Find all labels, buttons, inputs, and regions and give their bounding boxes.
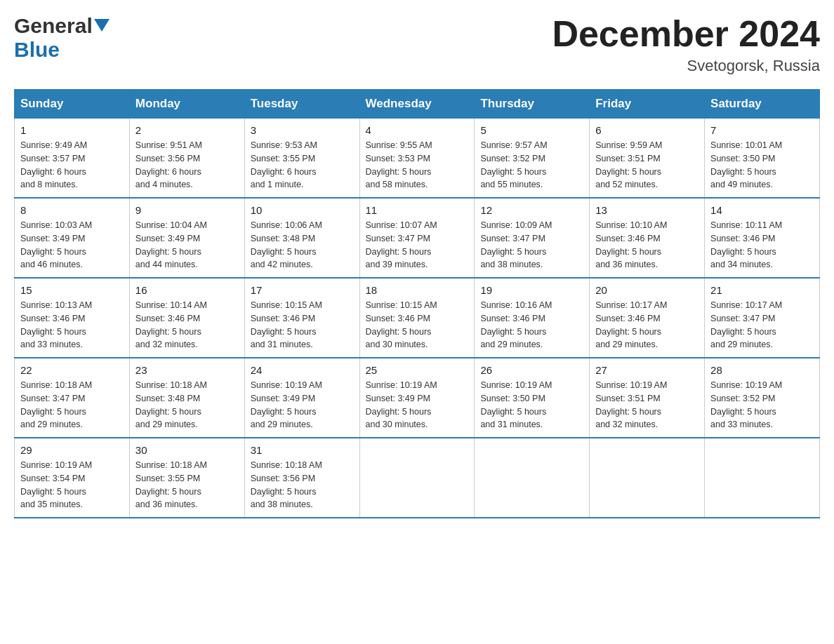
day-info: Sunrise: 10:15 AMSunset: 3:46 PMDaylight… xyxy=(366,299,469,351)
day-of-week-header: Wednesday xyxy=(359,90,475,119)
calendar-cell xyxy=(359,438,475,518)
day-number: 23 xyxy=(135,364,239,376)
day-info: Sunrise: 10:03 AMSunset: 3:49 PMDaylight… xyxy=(20,219,124,271)
day-info: Sunrise: 10:10 AMSunset: 3:46 PMDaylight… xyxy=(595,219,699,271)
day-number: 11 xyxy=(366,204,469,216)
calendar-cell: 14Sunrise: 10:11 AMSunset: 3:46 PMDaylig… xyxy=(705,198,820,278)
day-info: Sunrise: 10:06 AMSunset: 3:48 PMDaylight… xyxy=(251,219,354,271)
day-info: Sunrise: 10:09 AMSunset: 3:47 PMDaylight… xyxy=(480,219,583,271)
page-header: General Blue December 2024 Svetogorsk, R… xyxy=(14,14,820,75)
day-info: Sunrise: 9:49 AMSunset: 3:57 PMDaylight:… xyxy=(20,139,124,192)
day-of-week-header: Thursday xyxy=(475,90,590,119)
day-number: 20 xyxy=(595,284,699,296)
day-number: 17 xyxy=(251,284,354,296)
logo: General Blue xyxy=(14,14,110,62)
calendar-cell: 1Sunrise: 9:49 AMSunset: 3:57 PMDaylight… xyxy=(15,119,130,199)
day-number: 3 xyxy=(251,124,354,136)
calendar-week-row: 15Sunrise: 10:13 AMSunset: 3:46 PMDaylig… xyxy=(15,278,820,358)
day-number: 9 xyxy=(135,204,239,216)
day-info: Sunrise: 10:16 AMSunset: 3:46 PMDaylight… xyxy=(480,299,583,351)
day-info: Sunrise: 10:01 AMSunset: 3:50 PMDaylight… xyxy=(710,139,814,192)
calendar-cell: 2Sunrise: 9:51 AMSunset: 3:56 PMDaylight… xyxy=(129,119,244,199)
day-number: 30 xyxy=(135,444,239,456)
calendar-week-row: 1Sunrise: 9:49 AMSunset: 3:57 PMDaylight… xyxy=(15,119,820,199)
calendar-cell: 9Sunrise: 10:04 AMSunset: 3:49 PMDayligh… xyxy=(129,198,244,278)
day-info: Sunrise: 9:55 AMSunset: 3:53 PMDaylight:… xyxy=(366,139,469,192)
day-of-week-header: Monday xyxy=(129,90,244,119)
calendar-cell: 20Sunrise: 10:17 AMSunset: 3:46 PMDaylig… xyxy=(590,278,705,358)
day-number: 24 xyxy=(251,364,354,376)
calendar-cell: 25Sunrise: 10:19 AMSunset: 3:49 PMDaylig… xyxy=(359,358,475,438)
calendar-week-row: 22Sunrise: 10:18 AMSunset: 3:47 PMDaylig… xyxy=(15,358,820,438)
day-number: 10 xyxy=(251,204,354,216)
day-number: 5 xyxy=(480,124,583,136)
logo-blue-text: Blue xyxy=(14,38,60,61)
calendar-cell: 11Sunrise: 10:07 AMSunset: 3:47 PMDaylig… xyxy=(359,198,475,278)
day-info: Sunrise: 9:57 AMSunset: 3:52 PMDaylight:… xyxy=(480,139,583,192)
day-number: 26 xyxy=(480,364,583,376)
calendar-cell: 16Sunrise: 10:14 AMSunset: 3:46 PMDaylig… xyxy=(129,278,244,358)
day-number: 21 xyxy=(710,284,814,296)
day-info: Sunrise: 10:17 AMSunset: 3:47 PMDaylight… xyxy=(710,299,814,351)
day-number: 28 xyxy=(710,364,814,376)
calendar-cell: 24Sunrise: 10:19 AMSunset: 3:49 PMDaylig… xyxy=(244,358,359,438)
day-number: 12 xyxy=(480,204,583,216)
day-number: 18 xyxy=(366,284,469,296)
day-info: Sunrise: 10:19 AMSunset: 3:51 PMDaylight… xyxy=(595,379,699,431)
calendar-cell xyxy=(590,438,705,518)
calendar-cell: 15Sunrise: 10:13 AMSunset: 3:46 PMDaylig… xyxy=(15,278,130,358)
calendar-cell: 21Sunrise: 10:17 AMSunset: 3:47 PMDaylig… xyxy=(705,278,820,358)
day-number: 6 xyxy=(595,124,699,136)
svg-marker-0 xyxy=(94,19,110,32)
day-number: 8 xyxy=(20,204,124,216)
calendar-cell: 18Sunrise: 10:15 AMSunset: 3:46 PMDaylig… xyxy=(359,278,475,358)
day-info: Sunrise: 10:19 AMSunset: 3:54 PMDaylight… xyxy=(20,459,124,511)
day-number: 16 xyxy=(135,284,239,296)
day-info: Sunrise: 10:13 AMSunset: 3:46 PMDaylight… xyxy=(20,299,124,351)
day-info: Sunrise: 10:18 AMSunset: 3:47 PMDaylight… xyxy=(20,379,124,431)
calendar-cell: 23Sunrise: 10:18 AMSunset: 3:48 PMDaylig… xyxy=(129,358,244,438)
calendar-cell: 12Sunrise: 10:09 AMSunset: 3:47 PMDaylig… xyxy=(475,198,590,278)
day-info: Sunrise: 9:53 AMSunset: 3:55 PMDaylight:… xyxy=(251,139,354,192)
day-info: Sunrise: 10:19 AMSunset: 3:49 PMDaylight… xyxy=(251,379,354,431)
logo-general-text: General xyxy=(14,14,93,38)
day-number: 15 xyxy=(20,284,124,296)
calendar-cell xyxy=(705,438,820,518)
day-info: Sunrise: 10:04 AMSunset: 3:49 PMDaylight… xyxy=(135,219,239,271)
day-number: 7 xyxy=(710,124,814,136)
day-number: 2 xyxy=(135,124,239,136)
calendar-header-row: SundayMondayTuesdayWednesdayThursdayFrid… xyxy=(15,90,820,119)
day-info: Sunrise: 10:15 AMSunset: 3:46 PMDaylight… xyxy=(251,299,354,351)
title-section: December 2024 Svetogorsk, Russia xyxy=(552,14,820,75)
calendar-cell: 6Sunrise: 9:59 AMSunset: 3:51 PMDaylight… xyxy=(590,119,705,199)
day-of-week-header: Friday xyxy=(590,90,705,119)
calendar-cell: 3Sunrise: 9:53 AMSunset: 3:55 PMDaylight… xyxy=(244,119,359,199)
location-label: Svetogorsk, Russia xyxy=(552,57,820,75)
calendar-cell: 8Sunrise: 10:03 AMSunset: 3:49 PMDayligh… xyxy=(15,198,130,278)
calendar-cell: 5Sunrise: 9:57 AMSunset: 3:52 PMDaylight… xyxy=(475,119,590,199)
day-info: Sunrise: 10:11 AMSunset: 3:46 PMDaylight… xyxy=(710,219,814,271)
calendar-cell: 10Sunrise: 10:06 AMSunset: 3:48 PMDaylig… xyxy=(244,198,359,278)
calendar-cell: 31Sunrise: 10:18 AMSunset: 3:56 PMDaylig… xyxy=(244,438,359,518)
day-info: Sunrise: 10:19 AMSunset: 3:52 PMDaylight… xyxy=(710,379,814,431)
day-info: Sunrise: 10:18 AMSunset: 3:56 PMDaylight… xyxy=(251,459,354,511)
day-number: 31 xyxy=(251,444,354,456)
day-number: 29 xyxy=(20,444,124,456)
day-number: 19 xyxy=(480,284,583,296)
calendar-cell: 17Sunrise: 10:15 AMSunset: 3:46 PMDaylig… xyxy=(244,278,359,358)
day-info: Sunrise: 10:18 AMSunset: 3:48 PMDaylight… xyxy=(135,379,239,431)
calendar-cell: 22Sunrise: 10:18 AMSunset: 3:47 PMDaylig… xyxy=(15,358,130,438)
calendar-cell: 7Sunrise: 10:01 AMSunset: 3:50 PMDayligh… xyxy=(705,119,820,199)
calendar-cell: 26Sunrise: 10:19 AMSunset: 3:50 PMDaylig… xyxy=(475,358,590,438)
calendar-week-row: 8Sunrise: 10:03 AMSunset: 3:49 PMDayligh… xyxy=(15,198,820,278)
calendar-cell: 28Sunrise: 10:19 AMSunset: 3:52 PMDaylig… xyxy=(705,358,820,438)
day-number: 22 xyxy=(20,364,124,376)
day-info: Sunrise: 10:07 AMSunset: 3:47 PMDaylight… xyxy=(366,219,469,271)
day-number: 4 xyxy=(366,124,469,136)
day-number: 25 xyxy=(366,364,469,376)
day-info: Sunrise: 9:51 AMSunset: 3:56 PMDaylight:… xyxy=(135,139,239,192)
calendar-title: December 2024 xyxy=(552,14,820,54)
day-info: Sunrise: 10:14 AMSunset: 3:46 PMDaylight… xyxy=(135,299,239,351)
calendar-cell xyxy=(475,438,590,518)
calendar-cell: 30Sunrise: 10:18 AMSunset: 3:55 PMDaylig… xyxy=(129,438,244,518)
